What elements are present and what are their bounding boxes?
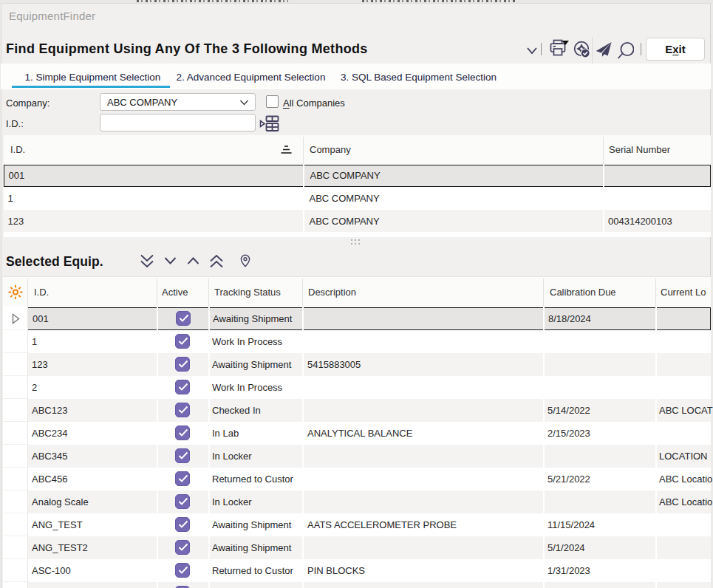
verify-compass-check-icon[interactable] [573, 41, 591, 58]
cell-tracking-status: In Locker [212, 496, 251, 507]
results-grid-row[interactable]: 1ABC COMPANY [4, 187, 711, 210]
equipment-grid-row[interactable]: ASC-100Returned to CustorPIN BLOCKS1/31/… [27, 559, 711, 582]
cell-tracking-status: Awaiting Shipment [212, 542, 291, 553]
active-checkbox-checked[interactable] [175, 357, 190, 372]
cell-description: PIN BLOCKS [307, 565, 365, 576]
active-checkbox-checked[interactable] [175, 471, 190, 486]
column-header-description[interactable]: Description [308, 287, 356, 298]
cell-calibration-due: 11/15/2024 [547, 519, 595, 530]
results-grid-row[interactable]: 123ABC COMPANY004314200103 [4, 210, 711, 233]
cell-id: ABC234 [32, 428, 67, 439]
column-header-id[interactable]: I.D. [34, 287, 49, 298]
active-checkbox-checked[interactable] [175, 563, 190, 578]
company-dropdown[interactable]: ABC COMPANY [100, 93, 256, 111]
active-checkbox-checked[interactable] [175, 494, 190, 509]
equipment-grid: I.D. Active Tracking Status Description … [3, 276, 711, 588]
active-checkbox-checked[interactable] [175, 517, 190, 532]
results-grid-header: I.D. Company Serial Number [4, 135, 711, 165]
tab-simple-equipment-selection[interactable]: 1. Simple Equipment Selection [25, 72, 161, 83]
active-checkbox-checked[interactable] [175, 540, 190, 555]
column-header-id[interactable]: I.D. [10, 144, 25, 155]
id-input[interactable] [100, 114, 256, 131]
row-indicator-cell[interactable] [3, 468, 27, 490]
row-indicator-cell[interactable] [3, 536, 27, 559]
all-companies-checkbox[interactable] [266, 95, 279, 108]
cell-calibration-due: 2/15/2023 [547, 428, 590, 439]
active-checkbox-checked[interactable] [175, 403, 190, 417]
cell-id: ANG_TEST [32, 519, 83, 530]
cell-tracking-status: Checked In [212, 405, 261, 416]
equipment-grid-row[interactable]: ANG_TESTAwaiting ShipmentAATS ACCELEROME… [27, 513, 711, 536]
move-all-up-icon[interactable] [209, 254, 224, 268]
column-separator [655, 307, 657, 588]
column-header-active[interactable]: Active [162, 287, 188, 298]
tab-sql-based-equipment-selection[interactable]: 3. SQL Based Equipment Selection [341, 72, 497, 83]
row-indicator-cell[interactable] [3, 513, 27, 536]
cell-tracking-status: Work In Process [212, 336, 282, 347]
active-checkbox-checked[interactable] [175, 334, 190, 349]
cell-id: 1 [32, 336, 37, 347]
row-indicator-cell[interactable] [3, 376, 27, 399]
cell-id: 001 [9, 170, 25, 181]
row-indicator-cell[interactable] [3, 559, 27, 582]
equipment-grid-row[interactable]: 2Work In Process [27, 376, 711, 399]
equipment-grid-row[interactable]: ABC234In LabANALYTICAL BALANCE2/15/2023 [27, 422, 711, 445]
send-paper-plane-icon[interactable] [596, 41, 612, 58]
splitter-grip[interactable] [351, 239, 361, 245]
active-checkbox-checked[interactable] [175, 448, 190, 463]
column-header-current-location[interactable]: Current Lo [661, 287, 706, 298]
equipment-grid-row[interactable]: ABC123Checked In5/14/2022ABC LOCAT [27, 399, 711, 422]
column-separator [157, 307, 158, 588]
column-header-calibration-due[interactable]: Calibration Due [550, 287, 616, 298]
move-all-down-icon[interactable] [140, 254, 154, 268]
row-indicator-cell[interactable] [3, 582, 27, 588]
equipment-grid-row[interactable]: ANG_TEST2Awaiting Shipment5/1/2024 [27, 536, 711, 559]
equipment-grid-row[interactable]: Analog ScaleIn LockerABC Locatio [27, 490, 711, 513]
row-indicator-cell[interactable] [3, 353, 27, 376]
row-indicator-cell[interactable] [3, 445, 27, 468]
row-indicator-cell[interactable] [3, 399, 27, 422]
cell-calibration-due: 5/14/2022 [547, 405, 590, 416]
active-checkbox-checked[interactable] [175, 380, 190, 394]
locate-pin-icon[interactable] [240, 254, 250, 267]
theme-sun-icon[interactable] [6, 285, 25, 299]
equipment-grid-row[interactable]: ABC456Returned to Custor5/21/2022ABC Loc… [27, 468, 711, 490]
row-indicator-cell[interactable] [3, 307, 27, 330]
search-magnifier-icon[interactable] [616, 41, 634, 61]
row-indicator-cell[interactable] [3, 490, 27, 513]
column-separator [543, 307, 545, 588]
sort-ascending-icon[interactable] [281, 145, 292, 154]
cell-id: ABC456 [32, 474, 67, 485]
move-up-icon[interactable] [187, 257, 199, 264]
active-checkbox-checked[interactable] [176, 311, 191, 326]
exit-button[interactable]: Exit [646, 38, 705, 61]
column-header-serial-number[interactable]: Serial Number [609, 144, 670, 155]
move-down-icon[interactable] [164, 257, 177, 264]
equipment-grid-row[interactable]: 001Awaiting Shipment8/18/2024 [27, 307, 711, 330]
equipment-grid-row[interactable]: 1Work In Process [27, 330, 711, 353]
cell-tracking-status: Awaiting Shipment [212, 519, 291, 530]
cell-tracking-status: In Locker [212, 451, 251, 462]
equipment-grid-row[interactable] [27, 582, 711, 588]
cell-description: 5415883005 [307, 359, 361, 370]
selected-equip-title: Selected Equip. [6, 254, 103, 270]
cell-id: 123 [8, 216, 24, 227]
cell-id: 1 [8, 193, 13, 204]
column-header-tracking-status[interactable]: Tracking Status [214, 287, 281, 298]
cell-tracking-status: Work In Process [212, 382, 282, 393]
company-dropdown-value: ABC COMPANY [107, 97, 177, 108]
tab-advanced-equipment-selection[interactable]: 2. Advanced Equipment Selection [177, 72, 326, 83]
equipment-grid-row[interactable]: 123Awaiting Shipment5415883005 [27, 353, 711, 376]
cell-description: ANALYTICAL BALANCE [307, 428, 412, 439]
row-indicator-cell[interactable] [3, 330, 27, 353]
row-indicator-cell[interactable] [3, 422, 27, 445]
column-header-company[interactable]: Company [310, 144, 351, 155]
results-grid-row[interactable]: 001ABC COMPANY [4, 165, 711, 188]
equipment-grid-row[interactable]: ABC345In LockerLOCATION [27, 445, 711, 468]
id-lookup-grid-icon[interactable] [259, 115, 279, 132]
results-grid: I.D. Company Serial Number 001ABC COMPAN… [4, 135, 711, 237]
active-checkbox-checked[interactable] [175, 425, 190, 440]
cell-serial: 004314200103 [608, 216, 672, 227]
print-button-icon[interactable] [550, 39, 569, 57]
toolbar-expand-chevron-down-icon[interactable] [526, 46, 538, 55]
